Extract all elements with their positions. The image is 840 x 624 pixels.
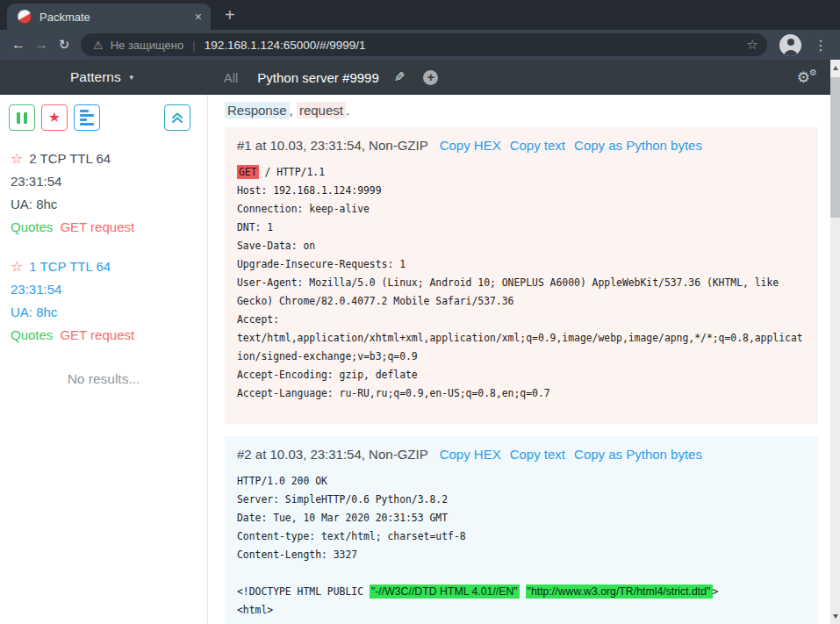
pattern-match-green: "http://www.w3.org/TR/html4/strict.dtd"	[526, 585, 713, 599]
packet-text	[520, 585, 526, 598]
packet-line: Accept-Encoding: gzip, deflate	[237, 366, 806, 384]
edit-pencil-icon[interactable]: ✎	[394, 69, 406, 85]
entry-title: 1 TCP TTL 64	[29, 255, 111, 278]
pattern-result-entry[interactable]: ☆2 TCP TTL 6423:31:54UA: 8hcQuotesGET re…	[11, 147, 207, 239]
packet-line: Server: SimpleHTTP/0.6 Python/3.8.2	[237, 491, 806, 509]
scrollbar-thumb[interactable]	[830, 77, 840, 218]
packet-line: Host: 192.168.1.124:9999	[237, 182, 806, 200]
copy-hex-link[interactable]: Copy HEX	[440, 447, 501, 462]
profile-avatar[interactable]	[779, 34, 801, 56]
entry-tag-quotes: Quotes	[11, 219, 53, 234]
pause-capture-button[interactable]	[9, 104, 35, 131]
scroll-to-top-button[interactable]	[164, 104, 190, 131]
entry-title: 2 TCP TTL 64	[29, 147, 111, 170]
packet-line: Save-Data: on	[237, 237, 806, 255]
browser-window: Packmate × + ← → ↻ ⚠ Не защищено | 192.1…	[0, 0, 840, 624]
tab-close-icon[interactable]: ×	[195, 10, 202, 24]
security-label: Не защищено	[111, 39, 184, 52]
star-outline-icon[interactable]: ☆	[11, 260, 23, 274]
entry-tags: QuotesGET request	[11, 216, 207, 239]
cog-small-icon: ⚙	[809, 68, 817, 77]
packet-line: Connection: keep-alive	[237, 200, 806, 219]
bookmark-star-icon[interactable]: ☆	[747, 37, 758, 53]
page-scrollbar[interactable]	[830, 60, 840, 624]
reload-icon[interactable]: ↻	[53, 37, 75, 53]
scrollbar-up-arrow[interactable]	[833, 66, 838, 70]
packet-text: <!DOCTYPE HTML PUBLIC	[237, 585, 370, 598]
packet-view: Response, request. #1 at 10.03, 23:31:54…	[208, 95, 840, 624]
tab-python-server[interactable]: Python server #9999	[257, 70, 378, 85]
pattern-match-red: GET	[237, 165, 259, 179]
entry-time: 23:31:54	[11, 170, 207, 193]
copy-hex-link[interactable]: Copy HEX	[440, 138, 501, 153]
back-icon[interactable]: ←	[7, 37, 30, 53]
packet-card-header: #2 at 10.03, 23:31:54, Non-GZIPCopy HEXC…	[237, 447, 806, 462]
packmate-favicon-icon	[18, 10, 32, 24]
entry-tag-get-request: GET request	[60, 219, 134, 234]
entry-user-agent: UA: 8hc	[11, 193, 207, 216]
packet-text: / HTTP/1.1	[259, 166, 325, 178]
intro-text: ,	[290, 103, 297, 118]
forward-icon[interactable]: →	[30, 37, 53, 53]
address-bar[interactable]: ⚠ Не защищено | 192.168.1.124:65000/#/99…	[81, 33, 767, 56]
pattern-summary: Response, request.	[225, 103, 840, 118]
packet-meta: #2 at 10.03, 23:31:54, Non-GZIP	[237, 447, 428, 462]
copy-as-python-bytes-link[interactable]: Copy as Python bytes	[574, 138, 702, 153]
star-icon: ★	[48, 111, 61, 125]
packet-list: #1 at 10.03, 23:31:54, Non-GZIPCopy HEXC…	[225, 127, 840, 624]
packet-line: HTTP/1.0 200 OK	[237, 472, 806, 491]
list-icon	[80, 110, 94, 126]
cog-icon: ⚙	[797, 69, 810, 86]
list-view-button[interactable]	[74, 104, 100, 131]
packet-line: Date: Tue, 10 Mar 2020 20:31:53 GMT	[237, 509, 806, 527]
pattern-results-list: ☆2 TCP TTL 6423:31:54UA: 8hcQuotesGET re…	[0, 147, 207, 347]
intro-text: .	[346, 103, 349, 118]
packet-line: Upgrade-Insecure-Requests: 1	[237, 255, 806, 274]
new-tab-button[interactable]: +	[225, 5, 235, 25]
chevrons-up-icon	[171, 111, 183, 124]
url-text[interactable]: 192.168.1.124:65000/#/9999/1	[205, 39, 747, 52]
patterns-label: Patterns	[70, 69, 121, 85]
page-content: ★ ☆2 TCP TTL 6423:31:54UA: 8hcQuotesGET …	[0, 95, 840, 624]
tab-title: Packmate	[39, 11, 187, 24]
tab-all[interactable]: All	[224, 70, 239, 85]
browser-toolbar: ← → ↻ ⚠ Не защищено | 192.168.1.124:6500…	[0, 30, 840, 60]
caret-down-icon: ▼	[128, 74, 135, 82]
packet-line: <html>	[237, 601, 806, 620]
entry-user-agent: UA: 8hc	[11, 301, 207, 324]
packet-line: Content-Length: 3327	[237, 546, 806, 564]
packet-line: <!DOCTYPE HTML PUBLIC "-//W3C//DTD HTML …	[237, 583, 806, 601]
packet-body: HTTP/1.0 200 OKServer: SimpleHTTP/0.6 Py…	[237, 472, 806, 620]
patterns-dropdown[interactable]: Patterns ▼	[70, 69, 135, 85]
entry-tags: QuotesGET request	[11, 324, 207, 347]
favorites-filter-button[interactable]: ★	[41, 104, 68, 131]
packet-meta: #1 at 10.03, 23:31:54, Non-GZIP	[237, 138, 428, 153]
packet-line	[237, 564, 806, 583]
pattern-result-entry[interactable]: ☆1 TCP TTL 6423:31:54UA: 8hcQuotesGET re…	[11, 255, 207, 347]
entry-tag-get-request: GET request	[60, 327, 134, 342]
app-header: Patterns ▼ All Python server #9999 ✎ + ⚙…	[0, 60, 840, 95]
add-service-button[interactable]: +	[423, 70, 438, 85]
pause-icon	[17, 112, 27, 124]
url-divider: |	[192, 39, 195, 52]
browser-menu-icon[interactable]: ⋮	[814, 37, 828, 54]
copy-text-link[interactable]: Copy text	[510, 138, 565, 153]
copy-text-link[interactable]: Copy text	[510, 447, 565, 462]
copy-as-python-bytes-link[interactable]: Copy as Python bytes	[574, 447, 702, 462]
packet-line: Accept-Language: ru-RU,ru;q=0.9,en-US;q=…	[237, 384, 806, 403]
sidebar: ★ ☆2 TCP TTL 6423:31:54UA: 8hcQuotesGET …	[0, 95, 208, 624]
settings-cogs-icon[interactable]: ⚙ ⚙	[797, 68, 810, 87]
packet-card-request: #1 at 10.03, 23:31:54, Non-GZIPCopy HEXC…	[225, 127, 818, 424]
entry-time: 23:31:54	[11, 278, 207, 301]
packet-line: GET / HTTP/1.1	[237, 163, 806, 182]
not-secure-warning-icon: ⚠	[93, 39, 104, 52]
sidebar-toolbar: ★	[0, 104, 207, 131]
scrollbar-down-arrow[interactable]	[833, 614, 838, 619]
highlight-blue: Response	[225, 102, 290, 118]
no-results-text: No results...	[0, 371, 207, 387]
entry-title-row: ☆1 TCP TTL 64	[11, 255, 207, 278]
avatar-head	[787, 39, 794, 46]
browser-tab-packmate[interactable]: Packmate ×	[7, 4, 211, 30]
star-outline-icon[interactable]: ☆	[11, 152, 23, 166]
avatar-body	[784, 50, 798, 56]
